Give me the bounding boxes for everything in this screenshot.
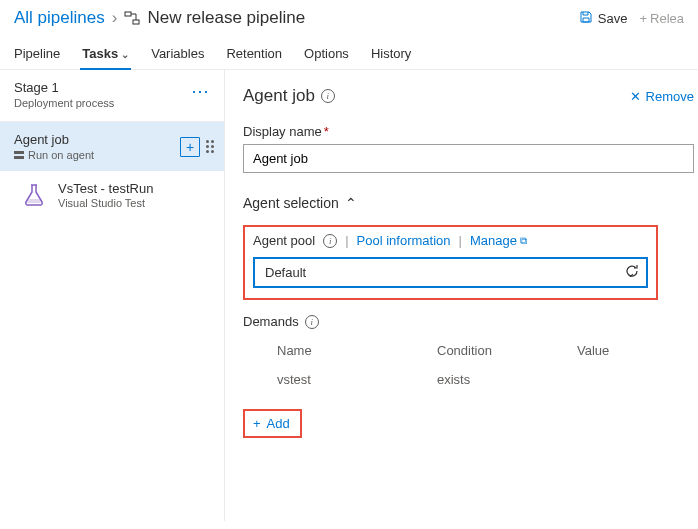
stage-name: Stage 1 <box>14 80 114 95</box>
drag-handle[interactable] <box>206 140 214 153</box>
pipeline-icon <box>124 10 140 26</box>
tabs: Pipeline Tasks⌄ Variables Retention Opti… <box>0 34 698 70</box>
release-button: + Relea <box>639 11 684 26</box>
manage-link[interactable]: Manage ⧉ <box>470 233 527 248</box>
svg-rect-0 <box>125 12 131 16</box>
plus-icon: + <box>639 11 647 26</box>
info-icon[interactable]: i <box>323 234 337 248</box>
chevron-down-icon: ⌄ <box>121 49 129 60</box>
agent-pool-select[interactable]: Default ⌄ <box>253 257 648 288</box>
vstest-task-item[interactable]: VsTest - testRun Visual Studio Test <box>0 171 224 219</box>
page-title: New release pipeline <box>147 8 305 28</box>
svg-rect-2 <box>14 151 24 154</box>
tab-retention[interactable]: Retention <box>226 38 282 69</box>
svg-rect-1 <box>133 20 139 24</box>
agent-pool-section: Agent pool i | Pool information | Manage… <box>243 225 658 300</box>
chevron-right-icon: › <box>112 8 118 28</box>
stage-more-button[interactable]: ⋯ <box>191 80 210 102</box>
remove-button[interactable]: ✕ Remove <box>630 89 694 104</box>
tab-history[interactable]: History <box>371 38 411 69</box>
demands-table: Name Condition Value vstest exists <box>255 339 694 391</box>
close-icon: ✕ <box>630 89 641 104</box>
tab-options[interactable]: Options <box>304 38 349 69</box>
job-title: Agent job <box>14 132 94 147</box>
agent-selection-header[interactable]: Agent selection ⌃ <box>243 195 694 211</box>
left-panel: Stage 1 Deployment process ⋯ Agent job R… <box>0 70 225 521</box>
task-title: VsTest - testRun <box>58 181 153 196</box>
job-subtitle: Run on agent <box>28 149 94 161</box>
display-name-label: Display name* <box>243 124 694 139</box>
add-task-button[interactable]: + <box>180 137 200 157</box>
task-subtitle: Visual Studio Test <box>58 197 153 209</box>
info-icon[interactable]: i <box>305 315 319 329</box>
external-link-icon: ⧉ <box>520 235 527 247</box>
panel-heading: Agent job i <box>243 86 335 106</box>
demands-label: Demands <box>243 314 299 329</box>
col-name: Name <box>277 343 437 358</box>
save-icon <box>579 10 593 27</box>
breadcrumb-root-link[interactable]: All pipelines <box>14 8 105 28</box>
pool-information-link[interactable]: Pool information <box>357 233 451 248</box>
info-icon[interactable]: i <box>321 89 335 103</box>
flask-icon <box>20 181 48 209</box>
col-value: Value <box>577 343 609 358</box>
breadcrumb: All pipelines › New release pipeline <box>14 8 305 28</box>
right-panel: Agent job i ✕ Remove Display name* Agent… <box>225 70 698 521</box>
display-name-input[interactable] <box>243 144 694 173</box>
save-button[interactable]: Save <box>579 10 628 27</box>
agent-job-item[interactable]: Agent job Run on agent + <box>0 122 224 171</box>
stage-header[interactable]: Stage 1 Deployment process ⋯ <box>0 70 224 122</box>
add-demand-button[interactable]: + Add <box>243 409 302 438</box>
col-condition: Condition <box>437 343 577 358</box>
svg-rect-3 <box>14 156 24 159</box>
tab-tasks[interactable]: Tasks⌄ <box>82 38 129 69</box>
chevron-up-icon: ⌃ <box>345 195 357 211</box>
tab-pipeline[interactable]: Pipeline <box>14 38 60 69</box>
tab-variables[interactable]: Variables <box>151 38 204 69</box>
refresh-button[interactable] <box>624 263 640 282</box>
table-row[interactable]: vstest exists <box>255 368 694 391</box>
agent-pool-label: Agent pool <box>253 233 315 248</box>
plus-icon: + <box>253 416 261 431</box>
server-icon <box>14 149 24 161</box>
stage-subtitle: Deployment process <box>14 97 114 109</box>
